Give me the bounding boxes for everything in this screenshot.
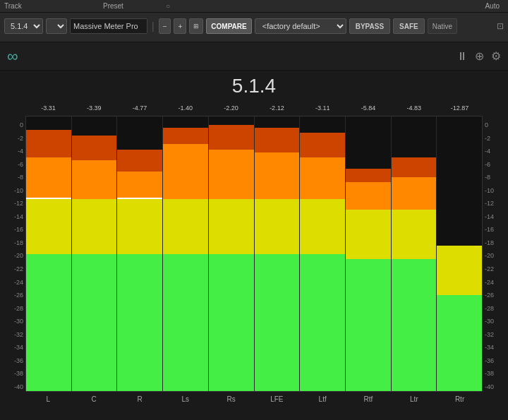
copy-button[interactable]: ⊞ [189,18,203,34]
native-button[interactable]: Native [428,18,457,34]
scale-tick: -32 [485,331,501,338]
meter-label-col: LFE [254,392,300,407]
scale-tick: -26 [485,292,501,299]
scale-left: 0-2-4-6-8-10-12-14-16-18-20-22-24-26-28-… [7,100,25,407]
plus-button[interactable]: + [174,18,186,34]
meter-value-col: -2.20 [208,100,254,116]
divider1: | [150,20,156,32]
meter-bar [209,116,255,391]
meter-label-text: C [92,392,97,407]
preset-dropdown[interactable]: <factory default> [255,18,346,34]
meter-bar [163,116,209,391]
seg-orange [255,152,300,199]
scale-tick: -4 [7,148,23,155]
plugin-toolbar: ∞ ⏸ ⊕ ⚙ [0,42,508,71]
seg-yellow [209,199,254,254]
meter-label-text: LFE [270,392,283,407]
meter-label-text: Rtr [455,392,464,407]
seg-dark-orange [300,133,345,157]
meter-label-text: Ltr [410,392,418,407]
scale-right: 0-2-4-6-8-10-12-14-16-18-20-22-24-26-28-… [483,100,501,407]
seg-yellow [255,199,300,254]
seg-orange [209,150,254,199]
meter-label-col: Ls [162,392,208,407]
meter-container: 0-2-4-6-8-10-12-14-16-18-20-22-24-26-28-… [7,100,501,407]
meters-labels-row: LCRLsRsLFELtfRtfLtrRtr [25,392,483,407]
auto-section: Auto [485,2,504,10]
track-letter-select[interactable]: a [46,18,67,34]
scale-tick: -32 [7,331,23,338]
track-id-select[interactable]: 5.1.4 [4,18,43,34]
track-name-input[interactable] [70,18,147,34]
peak-line [117,198,162,199]
seg-green [117,254,162,391]
scale-tick: -12 [485,200,501,207]
meter-value-text: -1.40 [179,100,193,116]
meter-label-text: Ltf [319,392,327,407]
seg-dark-orange [117,150,162,172]
pause-icon[interactable]: ⏸ [456,50,468,63]
seg-yellow [346,210,391,259]
settings-icon[interactable]: ⚙ [491,49,501,63]
minus-button[interactable]: − [159,18,171,34]
scale-tick: -8 [7,174,23,181]
meter-value-col: -4.83 [391,100,437,116]
safe-button[interactable]: SAFE [393,18,425,34]
seg-green [300,254,345,392]
auto-circle-icon[interactable]: ○ [166,2,170,10]
scale-tick: -14 [485,213,501,220]
scale-tick: -36 [485,357,501,364]
meter-value-col: -5.84 [346,100,392,116]
track-section: Track [4,2,96,10]
meter-bar [117,116,163,391]
meter-bar [26,116,72,391]
seg-orange [72,160,117,198]
scale-tick: -4 [485,148,501,155]
scale-tick: -20 [7,252,23,259]
meter-label-col: R [117,392,163,407]
seg-yellow [437,246,482,295]
scale-tick: -2 [485,135,501,142]
seg-green [72,254,117,392]
preset-section: Preset ○ [96,2,485,10]
seg-green [392,259,437,391]
scale-tick: -16 [7,226,23,233]
scale-tick: -2 [7,135,23,142]
main-content: 5.1.4 0-2-4-6-8-10-12-14-16-18-20-22-24-… [0,71,508,420]
meter-label-col: Rs [208,392,254,407]
meter-value-text: -2.12 [270,100,284,116]
preset-label: Preset [103,2,123,10]
seg-dark-orange [255,128,300,152]
scale-tick: -24 [7,279,23,286]
meter-value-col: -12.87 [437,100,483,116]
seg-green [163,254,208,392]
top-row1: Track Preset ○ Auto [0,0,508,13]
meter-value-text: -4.83 [407,100,422,116]
scale-tick: -28 [485,305,501,312]
compare-button[interactable]: COMPARE [206,18,251,34]
zoom-icon[interactable]: ⊕ [475,49,484,63]
meter-value-text: -2.20 [224,100,238,116]
scale-tick: -22 [485,265,501,272]
scale-tick: -36 [7,357,23,364]
scale-tick: -28 [7,305,23,312]
seg-yellow [117,199,162,254]
toolbar-icons: ⏸ ⊕ ⚙ [456,49,501,63]
scale-tick: -20 [485,252,501,259]
seg-orange [392,177,437,210]
meter-label-col: L [25,392,71,407]
seg-yellow [300,199,345,254]
meter-value-col: -3.11 [300,100,346,116]
bypass-button[interactable]: BYPASS [349,18,390,34]
meter-label-text: Rtf [364,392,373,407]
meters-values-row: -3.31-3.39-4.77-1.40-2.20-2.12-3.11-5.84… [25,100,483,116]
scale-tick: -38 [7,370,23,377]
scale-tick: -40 [7,383,23,390]
scale-tick: -8 [485,174,501,181]
expand-icon[interactable]: ⊡ [497,21,504,31]
meter-value-text: -4.77 [133,100,147,116]
peak-line [26,198,71,199]
scale-tick: 0 [485,121,501,128]
top-bar: Track Preset ○ Auto 5.1.4 a | − + ⊞ COMP… [0,0,508,42]
scale-tick: -34 [485,344,501,351]
